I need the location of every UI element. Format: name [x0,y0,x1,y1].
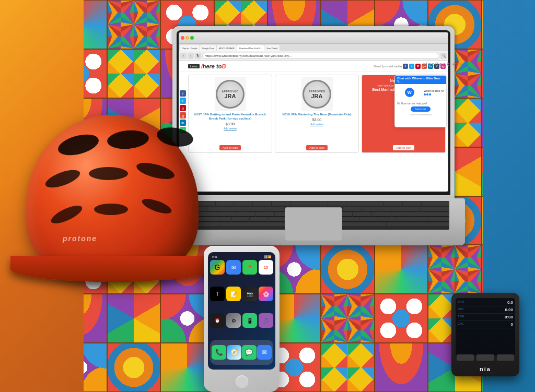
product-price-1: $3.00 [226,122,235,126]
helmet-vent [89,167,128,180]
key[interactable] [216,212,235,217]
key[interactable] [232,217,250,222]
key[interactable] [346,201,365,206]
pinterest-icon[interactable]: p [180,105,186,111]
key[interactable] [328,201,346,206]
key[interactable] [309,201,328,206]
twitter-icon[interactable]: t [180,98,186,104]
product-review-2[interactable]: Add review [310,123,323,126]
app-icon-photos[interactable]: 🌸 [259,287,273,301]
search-button[interactable]: 🔍 [440,53,447,59]
app-icon-calendar[interactable]: 15 [259,260,273,275]
phone-home-button[interactable] [235,374,249,389]
key[interactable] [362,207,381,211]
add-to-cart-button-1[interactable]: Add to cart [219,145,241,150]
key[interactable] [268,217,286,222]
product-review-1[interactable]: Add review [224,127,237,130]
key[interactable] [391,212,410,217]
gps-label-tme: TME [458,315,464,319]
share-facebook-icon[interactable]: f [403,64,408,69]
product-card-2: APPROVED JRA NJ16 JRA Mastering The Bear… [275,75,359,153]
share-pinterest-icon[interactable]: P [415,64,421,69]
browser-tab[interactable]: Sign in - Google [180,45,200,51]
key[interactable] [290,201,309,206]
gps-button-1[interactable] [457,354,474,362]
app-icon-misc2[interactable]: 🎵 [259,313,273,328]
close-button-icon[interactable] [181,36,184,40]
app-icon-mail[interactable]: ✉ [226,260,241,275]
key[interactable] [372,212,391,217]
add-to-cart-button-3[interactable]: Add to cart [393,145,414,150]
key[interactable] [341,217,359,222]
app-icon-clock[interactable]: ⏰ [210,313,225,328]
key[interactable] [234,201,252,206]
dock-icon-safari[interactable]: 🧭 [227,345,241,360]
back-button[interactable]: ‹ [180,53,187,59]
key[interactable] [236,212,255,217]
browser-tab[interactable]: Xero YoMail [264,45,280,51]
key[interactable] [353,212,371,217]
key[interactable] [216,201,234,206]
facebook-icon[interactable]: f [180,90,186,97]
option-key-right[interactable] [428,222,449,227]
key[interactable] [422,201,449,206]
phone-home-screen: 9:41 ▐▐ 📶 G ✉ 📍 15 T 📝 📷 🌸 ⏰ ⚙ 📱 🎵 [208,252,275,370]
app-icon-maps[interactable]: 📍 [242,260,257,275]
gps-label-spd: SPD [458,300,464,305]
browser-tab[interactable]: Google Docs [200,45,216,51]
option-key[interactable] [220,222,241,227]
key[interactable] [226,207,245,211]
key[interactable] [359,217,377,222]
browser-tab-active[interactable]: Download New York B... [237,45,264,51]
website-content: f t p g in w Latest /h [179,61,448,192]
gps-value-spd: 0.0 [507,300,513,305]
key[interactable] [384,201,402,206]
gps-device: SPD 0.0 DST 0.00 TME 0:00 CAL 0 [451,293,519,376]
chat-start-button[interactable]: Start chat [411,106,430,112]
key[interactable] [255,212,274,217]
app-icon-camera[interactable]: 📷 [242,287,257,301]
laptop-touchpad[interactable] [285,207,342,241]
chat-widget[interactable]: Chat with Where to Bike New Y... W Where… [394,75,447,127]
gps-button-2[interactable] [476,354,494,362]
app-icon-misc[interactable]: 📱 [242,313,257,328]
key[interactable] [365,201,383,206]
key[interactable] [421,207,449,211]
forward-button[interactable]: › [188,53,194,59]
reload-button[interactable]: ↻ [195,53,201,59]
key[interactable] [403,201,421,206]
key[interactable] [377,217,395,222]
chat-avatar: W [405,88,414,97]
product-title-2: NJ16 JRA Mastering The Bear (Mountain Ri… [282,113,351,117]
key[interactable] [246,207,265,211]
command-key-right[interactable] [387,222,428,227]
command-key-left[interactable] [241,222,283,227]
return-key[interactable] [411,212,449,217]
share-twitter-icon[interactable]: t [409,64,414,69]
maximize-button-icon[interactable] [190,36,194,40]
shift-key-right[interactable] [396,217,449,222]
app-icon-settings[interactable]: ⚙ [226,313,241,328]
key[interactable] [381,207,400,211]
key[interactable] [253,201,271,206]
key[interactable] [272,201,290,206]
key[interactable] [401,207,420,211]
key[interactable] [250,217,268,222]
dock-icon-messages[interactable]: 💬 [242,345,257,360]
browser-tab[interactable]: MULTI-ENGAGE [217,45,237,51]
key[interactable] [265,207,284,211]
minimize-button-icon[interactable] [185,36,189,40]
key[interactable] [343,207,362,211]
logo-b: B [222,63,226,69]
add-to-cart-button-2[interactable]: Add to cart [306,145,328,150]
url-bar[interactable]: https://www.wheretobikeny.com/download-n… [202,53,439,59]
chat-greeting: Hi! How can we help you? [397,102,444,105]
app-icon-notes[interactable]: 📝 [226,287,241,301]
app-icon-t[interactable]: T [210,287,225,301]
dock-icon-phone[interactable]: 📞 [212,345,226,360]
app-icon-google[interactable]: G [210,260,225,275]
gps-button-3[interactable] [497,354,514,362]
dock-icon-mail[interactable]: ✉ [257,345,272,360]
scene: protone Sign in - Googl [0,0,535,392]
gps-row-distance: DST 0.00 [458,307,513,314]
